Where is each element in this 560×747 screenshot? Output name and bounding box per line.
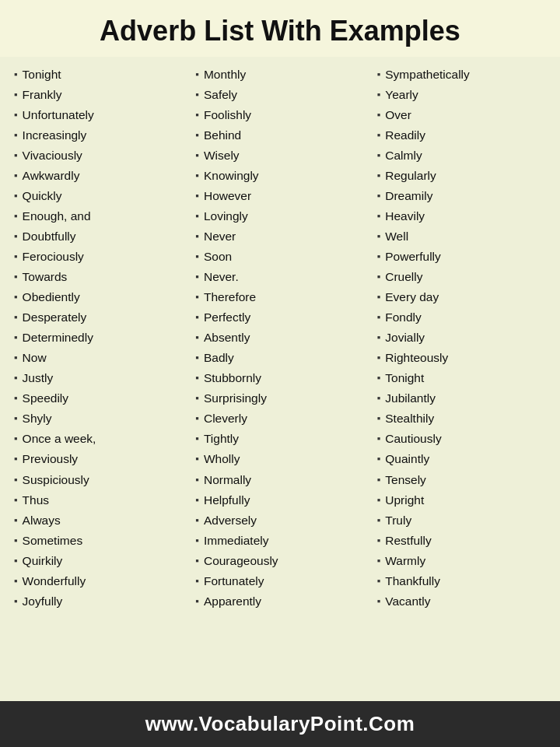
list-item: Enough, and [14,206,183,226]
list-item: Apparently [195,591,364,612]
list-item: Well [377,226,546,247]
list-item: Tensely [377,470,546,490]
list-item: Tonight [14,65,183,85]
list-item: Restfully [377,531,546,551]
footer-url: www.VocabularyPoint.Com [145,712,415,735]
list-item: Determinedly [14,328,183,348]
list-item: Stubbornly [195,368,364,388]
list-item: Warmly [377,551,546,571]
list-item: Doubtfully [14,226,183,247]
list-item: Lovingly [195,206,364,226]
list-item: Surprisingly [195,388,364,409]
list-item: Never [195,226,364,247]
list-item: Adversely [195,510,364,531]
list-item: Powerfully [377,247,546,267]
list-item: Thus [14,490,183,510]
list-item: Shyly [14,409,183,429]
list-item: Suspiciously [14,470,183,490]
list-item: Normally [195,470,364,490]
list-item: Quaintly [377,449,546,469]
content-area: TonightFranklyUnfortunatelyIncreasinglyV… [0,57,560,701]
list-item: Unfortunately [14,105,183,125]
list-item: Absently [195,328,364,348]
list-item: Tonight [377,368,546,388]
list-item: Fortunately [195,571,364,591]
column-1: TonightFranklyUnfortunatelyIncreasinglyV… [8,65,189,693]
list-item: Joyfully [14,591,183,612]
list-item: Calmly [377,146,546,166]
list-item: Yearly [377,85,546,105]
list-item: Wisely [195,146,364,166]
list-item: Jovially [377,328,546,348]
list-item: Dreamily [377,186,546,206]
list-item: Quickly [14,186,183,206]
footer: www.VocabularyPoint.Com [0,701,560,747]
list-item: Monthly [195,65,364,85]
page-title: Adverb List With Examples [16,14,544,47]
list-item: Always [14,510,183,531]
list-item: Behind [195,125,364,146]
list-item: Towards [14,267,183,287]
list-item: Foolishly [195,105,364,125]
word-list-3: SympatheticallyYearlyOverReadilyCalmlyRe… [377,65,546,611]
list-item: Vacantly [377,591,546,612]
list-item: Desperately [14,307,183,328]
list-item: Previously [14,449,183,469]
list-item: Truly [377,510,546,531]
list-item: Increasingly [14,125,183,146]
list-item: Speedily [14,388,183,409]
column-3: SympatheticallyYearlyOverReadilyCalmlyRe… [371,65,552,693]
list-item: Tightly [195,429,364,449]
list-item: Over [377,105,546,125]
list-item: Sometimes [14,531,183,551]
list-item: Courageously [195,551,364,571]
list-item: However [195,186,364,206]
list-item: Cruelly [377,267,546,287]
list-item: Quirkily [14,551,183,571]
list-item: Now [14,348,183,368]
list-item: Never. [195,267,364,287]
list-item: Safely [195,85,364,105]
list-item: Sympathetically [377,65,546,85]
title-area: Adverb List With Examples [0,0,560,57]
list-item: Once a week, [14,429,183,449]
list-item: Righteously [377,348,546,368]
list-item: Obediently [14,287,183,307]
list-item: Justly [14,368,183,388]
list-item: Upright [377,490,546,510]
list-item: Therefore [195,287,364,307]
list-item: Wholly [195,449,364,469]
word-list-1: TonightFranklyUnfortunatelyIncreasinglyV… [14,65,183,611]
list-item: Helpfully [195,490,364,510]
list-item: Cautiously [377,429,546,449]
list-item: Stealthily [377,409,546,429]
list-item: Knowingly [195,166,364,186]
list-item: Fondly [377,307,546,328]
list-item: Thankfully [377,571,546,591]
list-item: Readily [377,125,546,146]
list-item: Frankly [14,85,183,105]
word-list-2: MonthlySafelyFoolishlyBehindWiselyKnowin… [195,65,364,611]
list-item: Wonderfully [14,571,183,591]
list-item: Vivaciously [14,146,183,166]
list-item: Cleverly [195,409,364,429]
column-2: MonthlySafelyFoolishlyBehindWiselyKnowin… [189,65,370,693]
list-item: Regularly [377,166,546,186]
list-item: Jubilantly [377,388,546,409]
list-item: Perfectly [195,307,364,328]
list-item: Ferociously [14,247,183,267]
list-item: Heavily [377,206,546,226]
list-item: Immediately [195,531,364,551]
list-item: Soon [195,247,364,267]
list-item: Every day [377,287,546,307]
list-item: Awkwardly [14,166,183,186]
list-item: Badly [195,348,364,368]
